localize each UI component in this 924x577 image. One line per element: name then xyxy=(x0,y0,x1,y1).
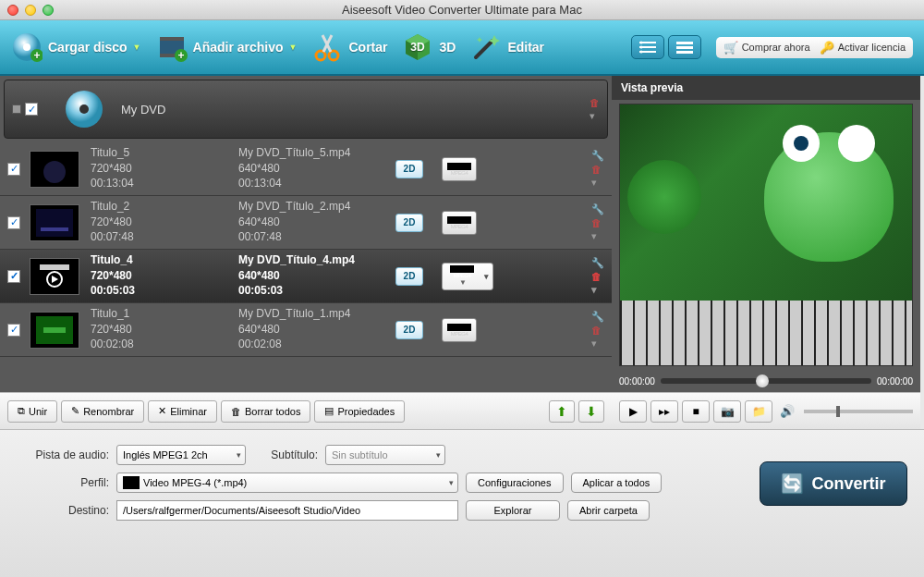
view-toggle xyxy=(631,35,701,59)
move-up-button[interactable]: ⬆ xyxy=(549,400,575,423)
item-title: Titulo_1 xyxy=(91,307,238,322)
wrench-icon[interactable]: 🔧 xyxy=(591,150,604,162)
format-badge[interactable]: MPEG4 xyxy=(442,211,477,235)
2d-badge[interactable]: 2D xyxy=(395,160,423,178)
volume-icon[interactable]: 🔊 xyxy=(780,404,795,418)
list-item[interactable]: ✓ Titulo_1 720*480 00:02:08 My DVD_Títul… xyxy=(0,303,612,357)
dvd-label: My DVD xyxy=(121,103,165,117)
x-icon: ✕ xyxy=(158,405,166,417)
close-icon[interactable] xyxy=(7,5,18,16)
item-out-name: My DVD_Título_5.mp4 xyxy=(238,146,395,161)
minimize-icon[interactable] xyxy=(25,5,36,16)
group-checkbox[interactable]: ✓ xyxy=(25,103,38,116)
edit-button[interactable]: Editar xyxy=(470,31,544,63)
convert-icon: 🔄 xyxy=(781,473,804,495)
svg-rect-20 xyxy=(676,51,693,54)
format-badge[interactable]: MPEG4 xyxy=(442,318,477,342)
list-item[interactable]: ✓ Titulo_2 720*480 00:07:48 My DVD_Títul… xyxy=(0,196,612,250)
properties-button[interactable]: ▤Propiedades xyxy=(314,400,405,423)
list-item[interactable]: ✓ Titulo_4 720*480 00:05:03 My DVD_Títul… xyxy=(0,250,612,303)
play-button[interactable]: ▶ xyxy=(619,400,647,423)
browse-button[interactable]: Explorar xyxy=(466,500,560,521)
dvd-group-header[interactable]: ✓ My DVD 🗑 ▾ xyxy=(4,80,608,139)
seek-slider[interactable] xyxy=(661,378,871,384)
activate-link[interactable]: 🔑Activar licencia xyxy=(820,41,906,55)
item-checkbox[interactable]: ✓ xyxy=(7,270,20,283)
view-list-button[interactable] xyxy=(631,35,664,59)
item-title: Titulo_2 xyxy=(91,200,238,215)
cut-button[interactable]: Cortar xyxy=(311,31,387,63)
chevron-down-icon: ▼ xyxy=(133,43,141,52)
svg-point-15 xyxy=(639,42,642,44)
trash-icon[interactable]: 🗑 xyxy=(591,271,604,282)
item-out-res: 640*480 xyxy=(238,323,395,338)
svg-point-9 xyxy=(316,51,325,60)
trash-icon[interactable]: 🗑 xyxy=(591,325,604,336)
dest-field[interactable]: /Users/ralfgermer/Documents/Aiseesoft St… xyxy=(116,500,458,521)
chevron-down-icon[interactable]: ▾ xyxy=(591,177,604,189)
thumbnail xyxy=(30,151,79,188)
disc-icon xyxy=(64,89,104,129)
join-button[interactable]: ⧉Unir xyxy=(7,400,57,423)
audio-track-label: Pista de audio: xyxy=(17,448,109,461)
wrench-icon[interactable]: 🔧 xyxy=(591,203,604,215)
2d-badge[interactable]: 2D xyxy=(395,214,423,232)
next-button[interactable]: ▸▸ xyxy=(650,400,678,423)
chevron-down-icon[interactable]: ▾ xyxy=(591,284,604,296)
load-disc-button[interactable]: + Cargar disco ▼ xyxy=(11,31,141,63)
delete-button[interactable]: ✕Eliminar xyxy=(148,400,217,423)
subtitle-label: Subtítulo: xyxy=(253,448,318,461)
rename-button[interactable]: ✎Renombrar xyxy=(61,400,144,423)
clear-all-button[interactable]: 🗑Borrar todos xyxy=(221,400,311,423)
item-out-dur: 00:07:48 xyxy=(238,230,395,245)
convert-button[interactable]: 🔄 Convertir xyxy=(760,461,907,506)
add-file-button[interactable]: + Añadir archivo ▼ xyxy=(156,31,298,63)
chevron-down-icon[interactable]: ▾ xyxy=(591,338,604,350)
view-detail-button[interactable] xyxy=(668,35,701,59)
purchase-links: 🛒Comprar ahora 🔑Activar licencia xyxy=(716,37,913,58)
list-item[interactable]: ✓ Titulo_5 720*480 00:13:04 My DVD_Títul… xyxy=(0,142,612,196)
key-icon: 🔑 xyxy=(820,41,834,55)
subtitle-select[interactable]: Sin subtítulo xyxy=(325,445,445,465)
open-dest-button[interactable]: Abrir carpeta xyxy=(567,500,650,521)
time-end: 00:00:00 xyxy=(877,376,913,387)
move-down-button[interactable]: ⬇ xyxy=(578,400,604,423)
format-badge[interactable]: MPEG4 xyxy=(442,157,477,181)
svg-text:3D: 3D xyxy=(411,41,426,54)
scissors-icon xyxy=(311,31,343,63)
doc-icon: ▤ xyxy=(324,405,334,417)
wrench-icon[interactable]: 🔧 xyxy=(591,257,604,269)
item-src-res: 720*480 xyxy=(91,162,238,177)
format-badge[interactable]: MPEG4▼ xyxy=(442,263,493,290)
chevron-down-icon[interactable]: ▾ xyxy=(590,110,600,122)
cut-label: Cortar xyxy=(348,40,387,55)
apply-all-button[interactable]: Aplicar a todos xyxy=(571,473,663,493)
volume-slider[interactable] xyxy=(804,410,913,413)
wrench-icon[interactable]: 🔧 xyxy=(591,311,604,323)
trash-icon[interactable]: 🗑 xyxy=(590,97,600,108)
chevron-down-icon[interactable]: ▾ xyxy=(591,230,604,242)
item-checkbox[interactable]: ✓ xyxy=(7,324,20,337)
item-checkbox[interactable]: ✓ xyxy=(7,163,20,176)
stop-button[interactable]: ■ xyxy=(682,400,710,423)
main-toolbar: + Cargar disco ▼ + Añadir archivo ▼ Cort… xyxy=(0,20,924,76)
2d-badge[interactable]: 2D xyxy=(395,267,423,286)
item-out-name: My DVD_Título_4.mp4 xyxy=(238,253,395,268)
config-button[interactable]: Configuraciones xyxy=(466,473,564,493)
zoom-icon[interactable] xyxy=(43,5,54,16)
item-checkbox[interactable]: ✓ xyxy=(7,216,20,229)
trash-icon[interactable]: 🗑 xyxy=(591,164,604,175)
3d-button[interactable]: 3D 3D xyxy=(402,31,456,63)
thumbnail xyxy=(30,204,79,241)
collapse-icon[interactable] xyxy=(12,104,21,114)
2d-badge[interactable]: 2D xyxy=(395,321,423,339)
snapshot-button[interactable]: 📷 xyxy=(713,400,741,423)
svg-rect-30 xyxy=(43,327,66,333)
profile-select[interactable]: Video MPEG-4 (*.mp4) xyxy=(116,473,458,493)
trash-icon[interactable]: 🗑 xyxy=(591,217,604,228)
disc-icon: + xyxy=(11,31,43,63)
open-folder-button[interactable]: 📁 xyxy=(745,400,772,423)
buy-now-link[interactable]: 🛒Comprar ahora xyxy=(723,41,810,55)
preview-panel: Vista previa 00:00:00 00:00:00 ▶ ▸▸ ■ 📷 … xyxy=(612,76,920,429)
audio-track-select[interactable]: Inglés MPEG1 2ch xyxy=(116,445,246,465)
